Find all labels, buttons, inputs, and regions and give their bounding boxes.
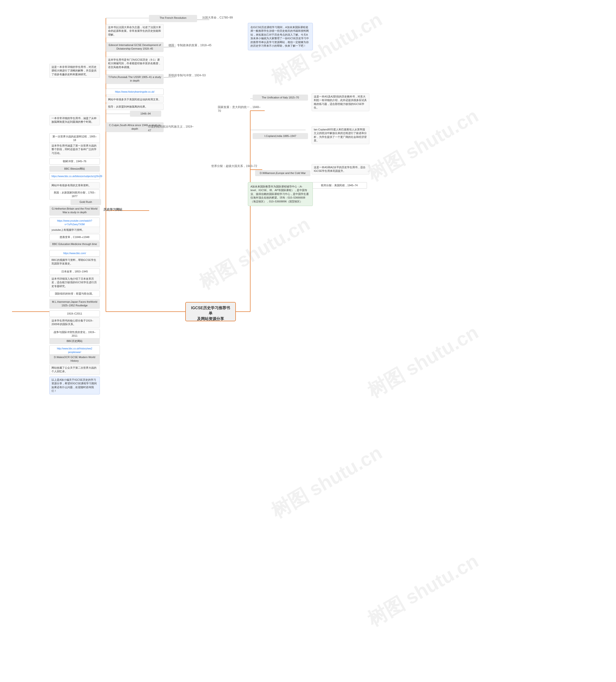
federal-split-label: 联邦分裂：美国民权，1945–74 xyxy=(321,184,358,187)
bbc-history-site: BBC历史网站 xyxy=(49,338,100,344)
bbc-bitesize: BBC Bitesize网站 xyxy=(49,166,100,172)
site-desc-2-label: 指导：从联盟到种族隔离的结果。 xyxy=(108,105,148,108)
general-desc-left: 这是一本非常详细的学生用书，对历史课程大纲进行了清晰的解释，并且提供了很多有趣的… xyxy=(49,64,100,78)
french-revolution-desc-label: 这本书以法国大革命为主题，论述了法国大革命的起源和发展。非常发展学生的历史技能和… xyxy=(108,26,161,36)
history-site-url1-label: https://www.historylearningsite.co.uk/ xyxy=(115,90,155,93)
copland-book-label: I.Copland,India 1885–1947 xyxy=(265,135,296,137)
bbc-com-url[interactable]: https://www.bbc.com/ xyxy=(49,250,100,256)
site-desc-1-label: 网站中有很多关于美国民权运动的有用文章。 xyxy=(108,98,161,101)
hanneman-book-label: M.L.Hanneman;Japan Faces theWorld 1925–1… xyxy=(52,300,97,307)
bbc-ww2-desc: 网站收藏了公众关于第二次世界大战的个人回忆录。 xyxy=(49,365,100,375)
germany-branch-label: 德国：专制政体的发展，1918–45 xyxy=(168,44,211,47)
hanneman-book-desc-label: 这本学生用书的核心部分集于1919–2005年的国际关系。 xyxy=(51,319,93,325)
hetherton-book-label: G.Hetherton:Britain and the First World … xyxy=(52,207,97,214)
history-site-label: 历史学习网站 xyxy=(104,207,122,212)
korea-war-label: 朝鲜冲突，1945–76 xyxy=(63,160,86,163)
bbc-bitesize-label: BBC Bitesize网站 xyxy=(64,167,85,170)
social-change: 慈善变革，C1848–c1948 xyxy=(49,234,100,241)
bbc-desc-label: 网站中有很多有用的文章和资料。 xyxy=(51,184,91,187)
mind-map: 树图 shutu.cn 树图 shutu.cn 树图 shutu.cn 树图 s… xyxy=(0,0,616,682)
williamson-desc: 这是一本AS和A2水平的历史学生用书，适合IGCSE学生用来巩固提升。 xyxy=(312,164,369,175)
hanneman-book-desc: 这本学生用书的核心部分集于1919–2005年的国际关系。 xyxy=(49,317,100,328)
history-site-url1[interactable]: https://www.historylearningsite.co.uk/ xyxy=(106,89,164,95)
french-revolution-branch-label: 法国大革命，C1780–99 xyxy=(202,16,233,19)
watermark-6: 树图 shutu.cn xyxy=(363,548,483,633)
south-africa-desc1: 一本非常详细的学生用书，涵盖了从种族隔离制度兴起到圆满的整个时期。 xyxy=(49,115,100,126)
williamson-book-label: D.Williamson,Europe and the Cold War xyxy=(260,172,306,175)
federal-split: 联邦分裂：美国民权，1945–74 xyxy=(312,182,367,189)
korea-war: 朝鲜冲突，1945–76 xyxy=(49,158,100,165)
bbc-education-label: BBC Education:Medicine through time xyxy=(52,243,97,246)
india-branch: 印度的殖民统治与民族主义，1919–47 xyxy=(148,124,196,132)
general-desc-left-label: 这是一本非常详细的学生用书，对历史课程大纲进行了清晰的解释，并且提供了很多有趣的… xyxy=(51,65,96,76)
italy-unification-book: The Unification of Italy 1815–70 xyxy=(253,95,308,100)
wales-book-label: D.WalesOCR GCSE Modern World History xyxy=(54,356,95,362)
edexcel-book-label: Edexcel International GCSE Development o… xyxy=(109,44,161,50)
germany-desc: 这本学生用书是专门为IGCSE历史（9-1）课程大纲编写的，作者都是经验丰富的名… xyxy=(106,56,164,70)
center-node: IGCSE历史学习推荐书单及网站资源分享 xyxy=(185,302,236,321)
a-plus-promo-label: A加未来国际教育作为国际课程辅导中心（A-level、IGCSE、IB、AP等国… xyxy=(250,185,309,203)
youtube-desc: youtube上有视频学习资料。 xyxy=(49,227,100,233)
usa-history-label: 美国：从新国家到联邦分裂，1783–1877 xyxy=(54,191,95,198)
gold-rush-label: Gold Rush xyxy=(79,201,92,203)
intro-text: 在IGCSE历史课程学习期间，A加未来国际课程老师一般推荐学生涉猎一些历史相关的… xyxy=(250,26,309,47)
war-conflict: 战争与国际冲突性质的变化，1919–2011 xyxy=(49,329,100,339)
superpower-branch-label: 世界分裂：超级大国关系，1943–72 xyxy=(211,164,257,168)
un-transform: 国际组织的转变：联盟与联合国。 xyxy=(49,291,100,297)
fishn-book-node: T.Fishn,Russia& The USSR 1905–41 a study… xyxy=(106,74,164,84)
germany-branch: 德国：专制政体的发展，1918–45 xyxy=(168,43,211,47)
hetherton-book: G.Hetherton:Britain and the First World … xyxy=(49,206,100,215)
italy-book-desc: 这是一本AS及A2阶段的历史教科书，对意大利统一有详细的介绍，此外还提供很多应试… xyxy=(312,93,369,111)
gold-rush: Gold Rush xyxy=(70,199,101,205)
japan-reform: 日本改革，1853–1945 xyxy=(49,268,100,275)
wwi-desc: 第一次世界大战的起源和过程，1905–18 xyxy=(49,133,100,144)
wwi-desc-label: 第一次世界大战的起源和过程，1905–18 xyxy=(52,135,97,141)
hanneman-book: M.L.Hanneman;Japan Faces theWorld 1925–1… xyxy=(49,299,100,309)
bbc-resource-desc-label: BBC的视频学习资料，帮助GCSE学生巩固医学发展史。 xyxy=(51,258,96,265)
intro-text-box: 在IGCSE历史课程学习期间，A加未来国际课程老师一般推荐学生涉猎一些历史相关的… xyxy=(248,23,313,50)
usa-history: 美国：从新国家到联邦分裂，1783–1877 xyxy=(49,189,100,200)
bbc-resource-desc: BBC的视频学习资料，帮助GCSE学生巩固医学发展史。 xyxy=(49,257,100,267)
national-development: 国家发展：意大利的统一，1848–70 xyxy=(218,105,264,113)
copland-desc-label: Ian Copland对印度人和巴基斯坦人从英帝国主义的统治中解放出来的过程进行… xyxy=(314,128,367,142)
japan-reform-label: 日本改革，1853–1945 xyxy=(61,270,88,273)
footer-desc: 以上是A加小编关于IGCSE历史的学习资源分享，希望对IGCSE课程学习期间如果… xyxy=(49,377,100,394)
footer-desc-label: 以上是A加小编关于IGCSE历史的学习资源分享，希望对IGCSE课程学习期间如果… xyxy=(51,378,97,392)
south-africa-desc1-label: 一本非常详细的学生用书，涵盖了从种族隔离制度兴起到圆满的整个时期。 xyxy=(51,117,96,123)
superpower-branch: 世界分裂：超级大国关系，1943–72 xyxy=(211,164,262,168)
fishn-book-label: T.Fishn,Russia& The USSR 1905–41 a study… xyxy=(108,75,161,82)
bbc-com-url-label: https://www.bbc.com/ xyxy=(63,252,86,255)
japan-book-desc-label: 这本书详细深入地介绍了日本改革历史，适合能力较强的IGCSE学生进行历史专题研究… xyxy=(51,277,97,288)
copland-desc: Ian Copland对印度人和巴基斯坦人从英帝国主义的统治中解放出来的过程进行… xyxy=(312,126,369,144)
social-change-label: 慈善变革，C1848–c1948 xyxy=(60,235,90,238)
williamson-book: D.Williamson,Europe and the Cold War xyxy=(255,170,311,176)
site-desc-2: 指导：从联盟到种族隔离的结果。 xyxy=(106,104,164,110)
wwi-book-desc: 这本学生用书涵盖了第一次世界大战的整个阶段，同时还提供了各种广泛的学习活动。 xyxy=(49,142,100,156)
wwi-book-desc-label: 这本学生用书涵盖了第一次世界大战的整个阶段，同时还提供了各种广泛的学习活动。 xyxy=(51,144,96,155)
history-site-label-text: 历史学习网站 xyxy=(104,208,122,211)
italy-unification-book-label: The Unification of Italy 1815–70 xyxy=(262,96,299,99)
williamson-desc-label: 这是一本AS和A2水平的历史学生用书，适合IGCSE学生用来巩固提升。 xyxy=(314,166,366,172)
youtube-desc-label: youtube上有视频学习资料。 xyxy=(51,228,85,231)
copland-book: I.Copland,India 1885–1947 xyxy=(253,133,308,139)
year-1948: 1948–94 xyxy=(130,111,161,117)
bbc-ww2-desc-label: 网站收藏了公众关于第二次世界大战的个人回忆录。 xyxy=(51,366,96,373)
wales-book: D.WalesOCR GCSE Modern World History xyxy=(49,354,100,364)
watermark-4: 树图 shutu.cn xyxy=(363,320,483,404)
youtube-url[interactable]: https://www.youtube.com/watch?v=7uFh2wey… xyxy=(49,218,100,228)
watermark-3: 树图 shutu.cn xyxy=(195,211,315,296)
french-revolution-book-node: The French Revolution xyxy=(149,15,197,22)
edexcel-book-node: Edexcel International GCSE Development o… xyxy=(106,42,164,52)
bbc-education: BBC Education:Medicine through time xyxy=(49,241,100,247)
italy-book-desc-label: 这是一本AS及A2阶段的历史教科书，对意大利统一有详细的介绍，此外还提供很多应试… xyxy=(314,95,367,109)
watermark-5: 树图 shutu.cn xyxy=(267,440,387,524)
bbc-url[interactable]: https://www.bbc.co.uk/bitesize/subjects/… xyxy=(49,173,100,180)
national-development-label: 国家发展：意大利的统一，1848–70 xyxy=(218,106,260,113)
soviet-branch: 苏联的专制与冲突，1924–53 xyxy=(168,73,206,77)
french-revolution-desc: 这本书以法国大革命为主题，论述了法国大革命的起源和发展。非常发展学生的历史技能和… xyxy=(106,24,164,38)
a-plus-promo: A加未来国际教育作为国际课程辅导中心（A-level、IGCSE、IB、AP等国… xyxy=(248,182,313,206)
watermark-2: 树图 shutu.cn xyxy=(363,103,483,187)
year-1919-c2011-label: 1919–C2011 xyxy=(67,312,82,315)
bbc-desc: 网站中有很多有用的文章和资料。 xyxy=(49,182,100,189)
youtube-url-label: https://www.youtube.com/watch?v=7uFh2wey… xyxy=(57,220,92,226)
